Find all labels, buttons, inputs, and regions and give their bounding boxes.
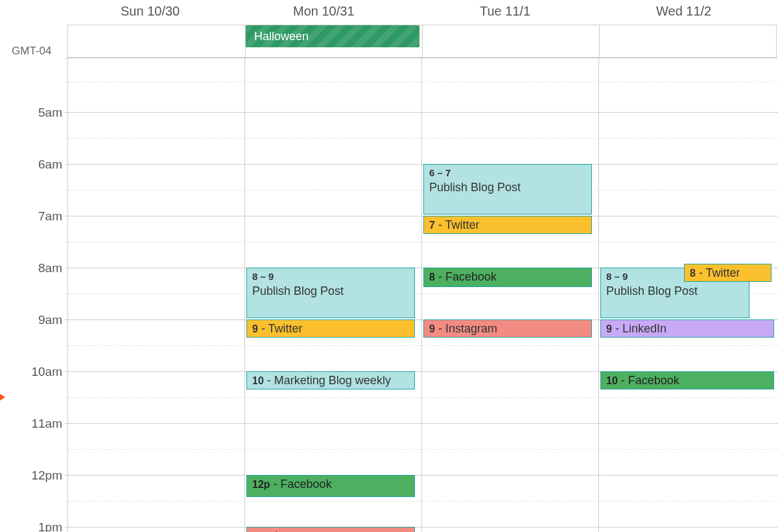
allday-row[interactable]: Halloween	[67, 25, 777, 58]
event-title: LinkedIn	[622, 322, 666, 335]
event-time: 8	[690, 268, 696, 279]
hour-label-10am: 10am	[0, 365, 62, 379]
event-time: 10	[252, 375, 264, 386]
event-mon-fb[interactable]: 12p - Facebook	[246, 475, 415, 497]
allday-event-halloween[interactable]: Halloween	[245, 25, 419, 47]
event-mon-insta[interactable]: 1p - Instagram	[246, 527, 415, 532]
event-time: 10	[606, 375, 618, 386]
hour-label-7am: 7am	[0, 209, 62, 224]
day-header-mon[interactable]: Mon 10/31	[293, 4, 355, 19]
hour-label-9am: 9am	[0, 313, 62, 327]
event-time: 6 – 7	[429, 166, 586, 180]
day-header-row: Sun 10/30 Mon 10/31 Tue 11/1 Wed 11/2	[0, 4, 778, 23]
hour-label-12pm: 12pm	[0, 468, 62, 483]
event-title: Facebook	[628, 374, 679, 387]
day-header-tue[interactable]: Tue 11/1	[480, 4, 530, 19]
event-title: Twitter	[445, 218, 480, 231]
hour-label-6am: 6am	[0, 157, 62, 172]
event-title: Facebook	[445, 270, 497, 283]
event-title: Instagram	[275, 529, 327, 532]
hour-label-8am: 8am	[0, 261, 62, 275]
event-mon-publish[interactable]: 8 – 9 Publish Blog Post	[246, 268, 415, 318]
event-wed-linkedin[interactable]: 9 - LinkedIn	[600, 319, 774, 338]
timezone-label: GMT-04	[12, 45, 51, 58]
allday-event-title: Halloween	[254, 30, 309, 43]
calendar-week-view: Sun 10/30 Mon 10/31 Tue 11/1 Wed 11/2 GM…	[0, 0, 778, 532]
event-tue-insta[interactable]: 9 - Instagram	[423, 319, 592, 338]
time-grid[interactable]: 5am 6am 7am 8am 9am 10am	[0, 58, 778, 532]
event-time: 12p	[252, 479, 270, 490]
day-header-sun[interactable]: Sun 10/30	[121, 4, 180, 19]
event-time: 9	[606, 323, 612, 334]
event-wed-twitter[interactable]: 8 - Twitter	[684, 264, 772, 282]
event-tue-publish[interactable]: 6 – 7 Publish Blog Post	[423, 164, 592, 214]
event-title: Marketing Blog weekly	[274, 374, 391, 387]
event-time: 7	[429, 220, 435, 231]
event-title: Facebook	[281, 478, 332, 491]
event-time: 9	[429, 323, 435, 334]
event-time: 8	[429, 272, 435, 283]
event-title: Publish Blog Post	[252, 284, 344, 297]
event-title: Twitter	[706, 266, 740, 279]
now-indicator-icon	[0, 392, 5, 402]
event-tue-fb[interactable]: 8 - Facebook	[423, 268, 592, 287]
event-title: Twitter	[268, 322, 303, 335]
event-tue-twitter[interactable]: 7 - Twitter	[423, 216, 592, 234]
event-mon-twitter[interactable]: 9 - Twitter	[246, 319, 415, 338]
hour-label-11am: 11am	[0, 417, 62, 431]
event-time: 8 – 9	[252, 270, 409, 284]
hour-label-5am: 5am	[0, 106, 62, 120]
event-time: 9	[252, 323, 258, 334]
day-header-wed[interactable]: Wed 11/2	[656, 4, 711, 19]
event-title: Instagram	[445, 322, 497, 335]
event-wed-fb[interactable]: 10 - Facebook	[600, 371, 774, 389]
hour-label-1pm: 1pm	[0, 520, 62, 532]
event-title: Publish Blog Post	[429, 181, 521, 194]
event-mon-blog[interactable]: 10 - Marketing Blog weekly	[246, 371, 415, 389]
event-title: Publish Blog Post	[606, 284, 698, 297]
